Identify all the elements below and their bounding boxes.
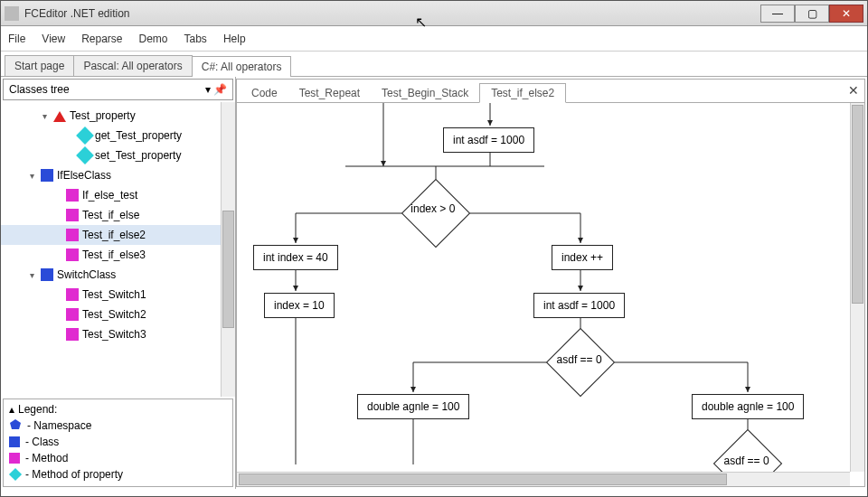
flowchart-canvas[interactable]: int asdf = 1000 index > 0 int index = 40… bbox=[237, 103, 864, 486]
tree-node-label: Test_Switch2 bbox=[82, 308, 146, 321]
legend-title: Legend: bbox=[18, 403, 57, 416]
sidebar-title: Classes tree bbox=[9, 83, 70, 96]
magenta-sq-icon bbox=[66, 288, 79, 301]
tree-node-label: Test_property bbox=[70, 109, 136, 122]
tree-node-label: Test_if_else3 bbox=[82, 248, 146, 261]
flow-node-inc-index[interactable]: index ++ bbox=[552, 245, 613, 270]
flow-node-assign-index[interactable]: index = 10 bbox=[264, 293, 335, 318]
tree-node-label: get_Test_property bbox=[95, 129, 182, 142]
minimize-button[interactable]: — bbox=[760, 5, 795, 23]
tree-node-test-switch1[interactable]: Test_Switch1 bbox=[1, 285, 235, 305]
tree-scrollbar[interactable] bbox=[221, 102, 235, 397]
subtab-test-begin-stack[interactable]: Test_Begin_Stack bbox=[371, 84, 479, 102]
menu-demo[interactable]: Demo bbox=[139, 33, 168, 45]
flow-node-init-index[interactable]: int index = 40 bbox=[253, 245, 338, 270]
menu-view[interactable]: View bbox=[42, 33, 65, 45]
method-icon bbox=[9, 453, 20, 464]
subtab-code[interactable]: Code bbox=[241, 84, 288, 102]
tree-node-label: set_Test_property bbox=[95, 149, 181, 162]
tree-node-test-if-else3[interactable]: Test_if_else3 bbox=[1, 245, 235, 265]
window-title: FCEditor .NET edition bbox=[24, 7, 760, 20]
tree-node-get-test-property[interactable]: get_Test_property bbox=[1, 126, 235, 145]
tree-node-label: SwitchClass bbox=[57, 268, 116, 281]
magenta-sq-icon bbox=[66, 229, 79, 241]
close-tab-icon[interactable]: ✕ bbox=[848, 83, 859, 98]
legend-property: - Method of property bbox=[25, 468, 123, 481]
tree-expander-icon[interactable]: ▾ bbox=[39, 111, 50, 121]
pin-icon[interactable]: 📌 bbox=[213, 83, 227, 96]
sidebar: Classes tree ▾ 📌 ▾Test_propertyget_Test_… bbox=[1, 77, 236, 489]
main-panel: Code Test_Repeat Test_Begin_Stack Test_i… bbox=[236, 79, 865, 487]
flow-node-init-asdf2[interactable]: int asdf = 1000 bbox=[533, 293, 625, 318]
classes-tree: ▾Test_propertyget_Test_propertyset_Test_… bbox=[1, 102, 235, 397]
tree-node-test-switch3[interactable]: Test_Switch3 bbox=[1, 324, 235, 344]
dropdown-icon[interactable]: ▾ bbox=[205, 83, 211, 96]
tree-node-label: Test_if_else bbox=[82, 209, 139, 221]
maximize-button[interactable]: ▢ bbox=[795, 5, 829, 23]
tree-node-set-test-property[interactable]: set_Test_property bbox=[1, 145, 235, 165]
magenta-sq-icon bbox=[66, 209, 79, 221]
property-method-icon bbox=[9, 468, 22, 481]
canvas-scrollbar-horizontal[interactable] bbox=[237, 472, 850, 486]
subtab-test-if-else2[interactable]: Test_if_else2 bbox=[479, 83, 566, 103]
subtab-test-repeat[interactable]: Test_Repeat bbox=[288, 84, 371, 102]
close-button[interactable]: ✕ bbox=[829, 5, 863, 23]
title-bar: FCEditor .NET edition ↖ — ▢ ✕ bbox=[1, 1, 867, 26]
legend: ▴Legend: - Namespace - Class - Method - … bbox=[3, 399, 233, 487]
menu-reparse[interactable]: Reparse bbox=[81, 33, 122, 45]
tree-node-label: Test_Switch1 bbox=[82, 288, 146, 301]
tree-expander-icon[interactable]: ▾ bbox=[26, 270, 37, 280]
sidebar-header: Classes tree ▾ 📌 bbox=[3, 79, 233, 100]
legend-method: - Method bbox=[25, 452, 68, 464]
magenta-sq-icon bbox=[66, 248, 79, 261]
blue-sq-icon bbox=[41, 169, 53, 182]
tree-node-label: Test_if_else2 bbox=[82, 229, 146, 241]
flow-node-angle-left[interactable]: double agnle = 100 bbox=[357, 394, 469, 419]
tree-node-label: Test_Switch3 bbox=[82, 328, 146, 341]
menu-bar: File View Reparse Demo Tabs Help bbox=[1, 26, 867, 52]
tree-node-test-property[interactable]: ▾Test_property bbox=[1, 106, 235, 126]
cyan-diamond-icon bbox=[76, 127, 94, 145]
tree-node-test-switch2[interactable]: Test_Switch2 bbox=[1, 305, 235, 324]
cyan-diamond-icon bbox=[76, 146, 94, 164]
flow-node-init-asdf[interactable]: int asdf = 1000 bbox=[443, 127, 534, 153]
class-icon bbox=[9, 436, 20, 447]
tree-node-test-if-else2[interactable]: Test_if_else2 bbox=[1, 225, 235, 245]
canvas-scrollbar-vertical[interactable] bbox=[850, 103, 864, 472]
tree-node-test-if-else[interactable]: Test_if_else bbox=[1, 205, 235, 225]
menu-file[interactable]: File bbox=[8, 33, 25, 45]
namespace-icon bbox=[9, 418, 22, 434]
magenta-sq-icon bbox=[66, 308, 79, 321]
document-tabs: Start page Pascal: All operators C#: All… bbox=[1, 52, 867, 77]
app-icon bbox=[5, 6, 19, 21]
blue-sq-icon bbox=[41, 268, 53, 281]
flow-node-angle-right[interactable]: double agnle = 100 bbox=[692, 394, 804, 419]
tree-node-ifelseclass[interactable]: ▾IfElseClass bbox=[1, 165, 235, 185]
tab-pascal[interactable]: Pascal: All operators bbox=[73, 55, 192, 76]
tab-csharp[interactable]: C#: All operators bbox=[192, 56, 292, 77]
collapse-icon[interactable]: ▴ bbox=[9, 403, 14, 416]
magenta-sq-icon bbox=[66, 328, 79, 341]
menu-help[interactable]: Help bbox=[223, 33, 246, 45]
sub-tabs: Code Test_Repeat Test_Begin_Stack Test_i… bbox=[237, 80, 864, 103]
tree-node-if-else-test[interactable]: If_else_test bbox=[1, 185, 235, 205]
red-tri-icon bbox=[53, 109, 66, 122]
tree-node-label: IfElseClass bbox=[57, 169, 111, 182]
menu-tabs[interactable]: Tabs bbox=[184, 33, 207, 45]
tree-node-switchclass[interactable]: ▾SwitchClass bbox=[1, 265, 235, 285]
legend-class: - Class bbox=[25, 436, 59, 448]
tree-node-label: If_else_test bbox=[82, 189, 137, 202]
magenta-sq-icon bbox=[66, 189, 79, 202]
legend-namespace: - Namespace bbox=[27, 419, 91, 432]
tree-expander-icon[interactable]: ▾ bbox=[26, 171, 37, 181]
tab-start-page[interactable]: Start page bbox=[5, 55, 74, 76]
